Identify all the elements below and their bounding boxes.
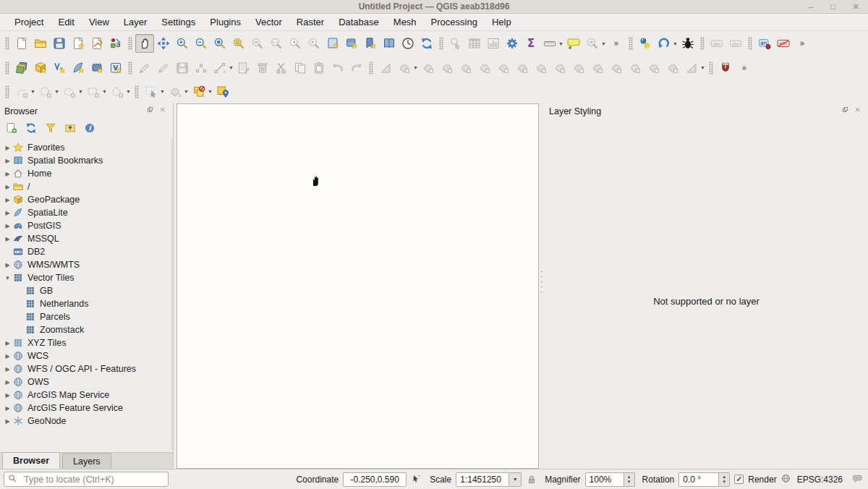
toolbar-grip[interactable] bbox=[629, 37, 633, 50]
tree-item-geopackage[interactable]: ▶GeoPackage bbox=[0, 193, 173, 206]
minimize-button[interactable]: – bbox=[809, 1, 813, 12]
toolbar-grip[interactable] bbox=[128, 37, 132, 50]
toolbar-grip[interactable] bbox=[135, 85, 139, 98]
styling-float-icon[interactable] bbox=[843, 107, 851, 116]
tree-item-gb[interactable]: GB bbox=[0, 284, 173, 297]
tree-expander[interactable]: ▶ bbox=[3, 379, 12, 386]
select-by-location-button[interactable] bbox=[213, 82, 232, 101]
tree-item-wcs[interactable]: ▶WCS bbox=[0, 349, 173, 362]
measure-line-button[interactable] bbox=[540, 34, 559, 53]
browser-collapse-all-button[interactable] bbox=[62, 120, 78, 136]
messages-icon[interactable] bbox=[853, 474, 864, 485]
toolbar-overflow-3-button[interactable]: » bbox=[735, 59, 754, 77]
processing-toolbox-button[interactable] bbox=[503, 34, 522, 53]
tree-item-vector-tiles[interactable]: ▼Vector Tiles bbox=[0, 271, 173, 284]
locator-input[interactable] bbox=[22, 474, 160, 485]
browser-close-icon[interactable] bbox=[160, 107, 169, 116]
crs-globe-icon[interactable] bbox=[781, 474, 793, 485]
python-console-button[interactable] bbox=[636, 34, 655, 53]
rotation-spinner[interactable]: ▲▼ bbox=[719, 472, 730, 487]
maximize-button[interactable]: □ bbox=[830, 1, 835, 12]
browser-filter-button[interactable] bbox=[43, 120, 59, 136]
tree-item-mssql[interactable]: ▶MSSQL bbox=[0, 232, 173, 245]
zoom-out-button[interactable] bbox=[192, 34, 210, 53]
pan-map-button[interactable] bbox=[135, 34, 154, 53]
toolbar-grip[interactable] bbox=[700, 37, 705, 50]
toolbar-grip[interactable] bbox=[709, 61, 713, 75]
tree-scrollbar[interactable] bbox=[171, 139, 173, 450]
new-project-button[interactable] bbox=[12, 34, 31, 53]
menu-help[interactable]: Help bbox=[485, 15, 519, 29]
tree-item-postgis[interactable]: ▶PostGIS bbox=[0, 219, 173, 232]
tree-expander[interactable]: ▶ bbox=[3, 392, 12, 399]
menu-vector[interactable]: Vector bbox=[248, 15, 289, 29]
deselect-features-button[interactable] bbox=[190, 82, 208, 101]
new-shapefile-layer-button[interactable] bbox=[50, 59, 69, 77]
render-checkbox[interactable]: ✓ bbox=[734, 475, 744, 484]
layer-diagram-options-button[interactable]: abc bbox=[774, 34, 793, 53]
tree-expander[interactable]: ▶ bbox=[3, 353, 12, 360]
tree-item-favorites[interactable]: ▶Favorites bbox=[0, 141, 173, 154]
show-layout-manager-button[interactable] bbox=[88, 34, 106, 53]
zoom-full-button[interactable] bbox=[210, 34, 229, 53]
processing-history-button[interactable] bbox=[655, 34, 673, 53]
new-temporary-scratch-layer-button[interactable] bbox=[88, 59, 106, 77]
magnifier-field[interactable]: 100% bbox=[585, 472, 624, 487]
toolbar-grip[interactable] bbox=[128, 61, 132, 75]
show-statistical-summary-button[interactable]: Σ bbox=[522, 34, 540, 53]
tree-item-home[interactable]: ▶Home bbox=[0, 167, 173, 180]
menu-mesh[interactable]: Mesh bbox=[386, 15, 424, 29]
coordinate-field[interactable]: -0.250,0.590 bbox=[343, 472, 407, 487]
menu-plugins[interactable]: Plugins bbox=[203, 15, 248, 29]
menu-processing[interactable]: Processing bbox=[424, 15, 485, 29]
tree-expander[interactable]: ▶ bbox=[3, 145, 12, 151]
measure-line-dropdown-arrow[interactable]: ▼ bbox=[558, 41, 564, 46]
enable-snapping-button[interactable] bbox=[716, 59, 735, 77]
show-spatial-bookmarks-button[interactable] bbox=[380, 34, 399, 53]
style-manager-button[interactable]: a bbox=[106, 34, 125, 53]
toolbar-grip[interactable] bbox=[5, 37, 9, 50]
tree-expander[interactable]: ▶ bbox=[3, 418, 12, 425]
tree-item-spatialite[interactable]: ▶SpatiaLite bbox=[0, 206, 173, 219]
tree-item-arcgis-map-service[interactable]: ▶ArcGIS Map Service bbox=[0, 388, 173, 401]
menu-edit[interactable]: Edit bbox=[51, 15, 81, 29]
tree-expander[interactable]: ▶ bbox=[3, 184, 12, 190]
menu-settings[interactable]: Settings bbox=[154, 15, 203, 29]
tree-item-xyz-tiles[interactable]: ▶XYZ Tiles bbox=[0, 336, 173, 349]
tree-expander[interactable]: ▶ bbox=[3, 197, 12, 203]
menu-database[interactable]: Database bbox=[331, 15, 386, 29]
crs-status[interactable]: EPSG:4326 bbox=[797, 475, 843, 485]
tree-item-arcgis-feature-service[interactable]: ▶ArcGIS Feature Service bbox=[0, 401, 173, 414]
tree-expander[interactable]: ▶ bbox=[3, 340, 12, 346]
lock-scale-icon[interactable] bbox=[526, 474, 537, 485]
browser-properties-button[interactable]: i bbox=[82, 120, 98, 136]
tree-item-netherlands[interactable]: Netherlands bbox=[0, 297, 173, 310]
new-geopackage-layer-button[interactable] bbox=[31, 59, 50, 77]
new-spatial-bookmark-button[interactable] bbox=[361, 34, 380, 53]
menu-project[interactable]: Project bbox=[7, 15, 51, 29]
temporal-controller-button[interactable] bbox=[399, 34, 417, 53]
browser-float-icon[interactable] bbox=[148, 107, 156, 116]
open-project-button[interactable] bbox=[31, 34, 50, 53]
debugging-tools-button[interactable] bbox=[678, 34, 697, 53]
tree-item-geonode[interactable]: ▶GeoNode bbox=[0, 414, 173, 428]
browser-add-layer-button[interactable] bbox=[4, 120, 20, 136]
toolbar-overflow-1-button[interactable]: » bbox=[607, 34, 626, 53]
new-3d-map-view-button[interactable] bbox=[342, 34, 361, 53]
scale-field[interactable]: 1:1451250 bbox=[456, 472, 509, 487]
tree-expander[interactable]: ▶ bbox=[3, 171, 12, 177]
tree-expander[interactable]: ▶ bbox=[3, 262, 12, 268]
close-button[interactable]: ✕ bbox=[853, 1, 859, 12]
tree-item-wfs-ogc-api-features[interactable]: ▶WFS / OGC API - Features bbox=[0, 362, 173, 375]
zoom-to-selection-button[interactable] bbox=[229, 34, 248, 53]
tree-item-[interactable]: ▶/ bbox=[0, 180, 173, 193]
scale-dropdown-arrow[interactable]: ▼ bbox=[509, 472, 522, 487]
menu-layer[interactable]: Layer bbox=[116, 15, 155, 29]
tab-browser[interactable]: Browser bbox=[2, 452, 60, 469]
tree-item-wms-wmts[interactable]: ▶WMS/WMTS bbox=[0, 258, 173, 271]
tree-expander[interactable]: ▶ bbox=[3, 210, 12, 216]
new-spatialite-layer-button[interactable] bbox=[69, 59, 88, 77]
tree-expander[interactable]: ▶ bbox=[3, 223, 12, 229]
browser-refresh-button[interactable] bbox=[23, 120, 39, 136]
toolbar-grip[interactable] bbox=[5, 61, 9, 75]
